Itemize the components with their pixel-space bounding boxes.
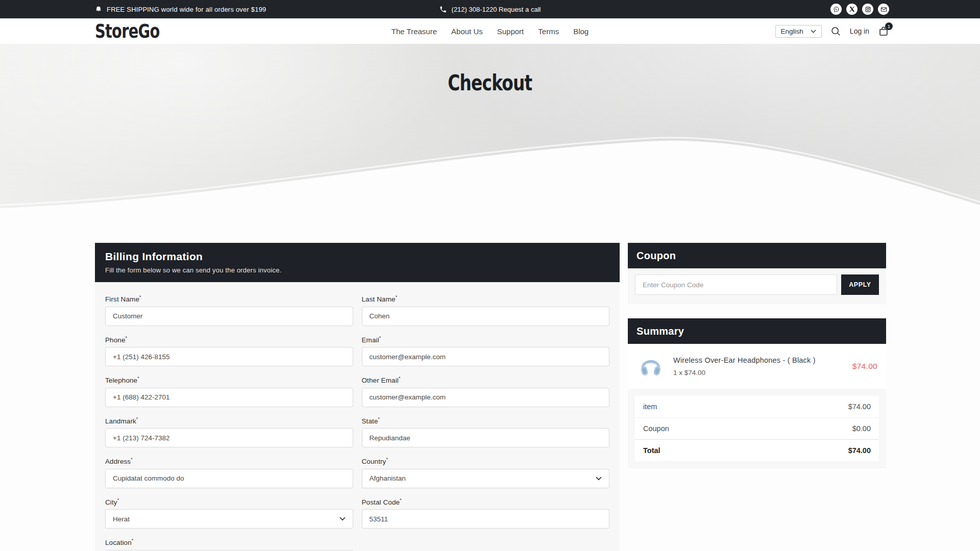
email-label: Email* xyxy=(362,335,610,344)
login-link[interactable]: Log in xyxy=(850,27,869,35)
bell-icon xyxy=(95,6,102,13)
field-location: Location* Select Location xyxy=(105,538,353,551)
billing-section: Billing Information Fill the form below … xyxy=(95,243,620,551)
address-label: Address* xyxy=(105,457,353,465)
last-name-label: Last Name* xyxy=(362,294,610,303)
postal-code-label: Postal Code* xyxy=(362,497,610,506)
summary-row-coupon: Coupon $0.00 xyxy=(635,417,879,439)
summary-totals: item $74.00 Coupon $0.00 Total $74.00 xyxy=(628,389,886,468)
chevron-down-icon xyxy=(811,30,816,33)
field-email: Email* xyxy=(362,335,610,367)
phone-text: (212) 308-1220 Request a call xyxy=(452,6,541,13)
summary-header: Summary xyxy=(628,318,886,344)
billing-header: Billing Information Fill the form below … xyxy=(95,243,620,282)
cart-count-badge: 1 xyxy=(885,22,893,30)
product-price: $74.00 xyxy=(852,362,877,371)
summary-product-row: Wireless Over-Ear Headphones - ( Black )… xyxy=(628,344,886,389)
product-name: Wireless Over-Ear Headphones - ( Black ) xyxy=(673,356,844,364)
summary-title: Summary xyxy=(636,325,684,337)
request-call-link[interactable]: (212) 308-1220 Request a call xyxy=(439,6,541,13)
last-name-input[interactable] xyxy=(362,307,610,326)
location-label: Location* xyxy=(105,538,353,546)
apply-coupon-button[interactable]: APPLY xyxy=(841,274,879,295)
phone-input[interactable] xyxy=(105,347,353,366)
field-phone: Phone* xyxy=(105,335,353,367)
city-select[interactable]: Herat xyxy=(105,509,353,529)
chevron-down-icon xyxy=(596,477,602,481)
country-label: Country* xyxy=(362,457,610,465)
promo-banner: FREE SHIPPING world wide for all orders … xyxy=(95,6,266,13)
field-telephone: Telephone* xyxy=(105,375,353,407)
cart-button[interactable]: 1 xyxy=(878,26,889,37)
billing-title: Billing Information xyxy=(105,251,609,263)
nav-support[interactable]: Support xyxy=(497,27,524,36)
address-input[interactable] xyxy=(105,469,353,488)
postal-code-input[interactable] xyxy=(362,509,610,529)
field-postal-code: Postal Code* xyxy=(362,497,610,529)
x-icon[interactable] xyxy=(846,4,857,15)
coupon-title: Coupon xyxy=(636,250,676,262)
first-name-input[interactable] xyxy=(105,307,353,326)
summary-row-item: item $74.00 xyxy=(635,396,879,417)
phone-label: Phone* xyxy=(105,335,353,344)
field-city: City* Herat xyxy=(105,497,353,529)
phone-icon xyxy=(439,6,447,13)
country-select[interactable]: Afghanistan xyxy=(362,469,610,488)
social-links xyxy=(830,4,889,15)
summary-row-total: Total $74.00 xyxy=(635,439,879,461)
landmark-label: Landmark* xyxy=(105,416,353,425)
field-first-name: First Name* xyxy=(105,294,353,326)
field-landmark: Landmark* xyxy=(105,416,353,448)
nav-the-treasure[interactable]: The Treasure xyxy=(391,27,437,36)
telephone-input[interactable] xyxy=(105,388,353,407)
summary-section: Summary Wireless Over-Ear Headphones - (… xyxy=(628,318,886,468)
language-label: English xyxy=(781,28,803,35)
field-state: State* xyxy=(362,416,610,448)
nav-about-us[interactable]: About Us xyxy=(451,27,483,36)
field-country: Country* Afghanistan xyxy=(362,457,610,488)
other-email-label: Other Email* xyxy=(362,375,610,384)
billing-subtitle: Fill the form below so we can send you t… xyxy=(105,266,609,274)
search-icon[interactable] xyxy=(830,26,841,37)
email-icon[interactable] xyxy=(878,4,889,15)
product-image xyxy=(636,352,665,381)
landmark-input[interactable] xyxy=(105,428,353,447)
coupon-code-input[interactable] xyxy=(635,274,837,295)
promo-text: FREE SHIPPING world wide for all orders … xyxy=(107,6,266,13)
instagram-icon[interactable] xyxy=(862,4,873,15)
field-other-email: Other Email* xyxy=(362,375,610,407)
main-nav: The Treasure About Us Support Terms Blog xyxy=(391,27,589,36)
coupon-header: Coupon xyxy=(628,243,886,268)
other-email-input[interactable] xyxy=(362,388,610,407)
coupon-body: APPLY xyxy=(628,268,886,304)
chevron-down-icon xyxy=(339,517,346,521)
topbar: FREE SHIPPING world wide for all orders … xyxy=(0,0,980,18)
product-info: Wireless Over-Ear Headphones - ( Black )… xyxy=(673,356,844,377)
email-input[interactable] xyxy=(362,347,610,366)
state-input[interactable] xyxy=(362,428,610,447)
site-header: StoreGo The Treasure About Us Support Te… xyxy=(0,18,980,44)
page-title: Checkout xyxy=(0,44,980,95)
state-label: State* xyxy=(362,416,610,425)
site-logo[interactable]: StoreGo xyxy=(95,20,160,42)
first-name-label: First Name* xyxy=(105,294,353,303)
field-address: Address* xyxy=(105,457,353,488)
field-last-name: Last Name* xyxy=(362,294,610,326)
billing-form: First Name* Last Name* Phone* Email* Tel… xyxy=(95,282,620,551)
language-select[interactable]: English xyxy=(775,25,822,38)
nav-blog[interactable]: Blog xyxy=(573,27,589,36)
whatsapp-icon[interactable] xyxy=(830,4,842,15)
hero-section: Checkout xyxy=(0,44,980,235)
product-qty: 1 x $74.00 xyxy=(673,369,844,377)
header-controls: English Log in 1 xyxy=(775,25,889,38)
telephone-label: Telephone* xyxy=(105,375,353,384)
city-label: City* xyxy=(105,497,353,506)
nav-terms[interactable]: Terms xyxy=(538,27,559,36)
coupon-section: Coupon APPLY xyxy=(628,243,886,304)
checkout-content: Billing Information Fill the form below … xyxy=(95,243,980,551)
order-sidebar: Coupon APPLY Summary xyxy=(628,243,886,468)
